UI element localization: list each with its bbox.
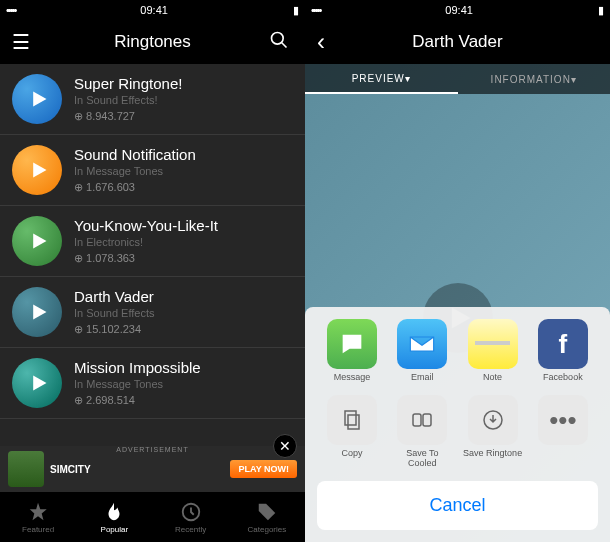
share-email[interactable]: Email [392,319,452,383]
message-icon [327,319,377,369]
play-icon[interactable] [12,287,62,337]
menu-icon[interactable]: ☰ [12,30,36,54]
tab-popular[interactable]: Popular [76,492,152,542]
item-title: You-Know-You-Like-It [74,217,293,234]
share-save-ringtone[interactable]: Save Ringtone [463,395,523,469]
tab-recently[interactable]: Recently [153,492,229,542]
list-item[interactable]: Super Ringtone! In Sound Effects! ⊕ 8.94… [0,64,305,135]
folder-icon [397,395,447,445]
close-icon[interactable]: ✕ [273,434,297,458]
signal-icon: ••••• [311,4,320,16]
cancel-button[interactable]: Cancel [317,481,598,530]
svg-rect-3 [345,411,356,425]
right-screen: ••••• 09:41 ▮ ‹ Darth Vader PREVIEW▾ INF… [305,0,610,542]
play-icon[interactable] [12,145,62,195]
play-icon[interactable] [12,216,62,266]
note-icon [468,319,518,369]
share-facebook[interactable]: f Facebook [533,319,593,383]
share-label: Save To Cooled [392,449,452,469]
share-note[interactable]: Note [463,319,523,383]
tab-label: Recently [175,525,206,534]
item-downloads: ⊕ 15.102.234 [74,323,293,336]
search-icon[interactable] [269,30,293,55]
list-item[interactable]: Darth Vader In Sound Effects ⊕ 15.102.23… [0,277,305,348]
play-icon[interactable] [12,74,62,124]
clock-icon [180,501,202,523]
list-item[interactable]: Sound Notification In Message Tones ⊕ 1.… [0,135,305,206]
share-message[interactable]: Message [322,319,382,383]
facebook-icon: f [538,319,588,369]
share-more[interactable]: ••• [533,395,593,469]
copy-icon [327,395,377,445]
share-label: Note [483,373,502,383]
svg-rect-6 [423,414,431,426]
mail-icon [397,319,447,369]
svg-rect-5 [413,414,421,426]
back-icon[interactable]: ‹ [317,28,337,56]
svg-line-1 [282,42,287,47]
tab-categories[interactable]: Categories [229,492,305,542]
item-title: Sound Notification [74,146,293,163]
more-icon: ••• [538,395,588,445]
nav-bar: ☰ Ringtones [0,20,305,64]
share-save-cooled[interactable]: Save To Cooled [392,395,452,469]
battery-icon: ▮ [598,4,604,17]
tab-featured[interactable]: Featured [0,492,76,542]
status-time: 09:41 [445,4,473,16]
page-title: Darth Vader [337,32,578,52]
ad-label: ADVERTISEMENT [116,446,188,453]
item-downloads: ⊕ 2.698.514 [74,394,293,407]
share-label: Message [334,373,371,383]
tab-bar: Featured Popular Recently Categories [0,492,305,542]
tab-label: Featured [22,525,54,534]
list-item[interactable]: You-Know-You-Like-It In Electronics! ⊕ 1… [0,206,305,277]
item-category: In Message Tones [74,378,293,390]
share-label: Email [411,373,434,383]
share-label: Facebook [543,373,583,383]
left-screen: ••••• 09:41 ▮ ☰ Ringtones Super Ringtone… [0,0,305,542]
status-time: 09:41 [140,4,168,16]
item-downloads: ⊕ 1.676.603 [74,181,293,194]
share-label: Save Ringtone [463,449,522,459]
share-label: Copy [342,449,363,459]
item-category: In Electronics! [74,236,293,248]
download-icon [468,395,518,445]
status-bar: ••••• 09:41 ▮ [305,0,610,20]
battery-icon: ▮ [293,4,299,17]
list-item[interactable]: Mission Impossible In Message Tones ⊕ 2.… [0,348,305,419]
svg-rect-4 [348,415,359,429]
nav-bar: ‹ Darth Vader [305,20,610,64]
ad-banner[interactable]: ADVERTISEMENT ✕ SIMCITY PLAY NOW! [0,446,305,492]
ad-title: SIMCITY [50,464,91,475]
ringtone-list: Super Ringtone! In Sound Effects! ⊕ 8.94… [0,64,305,446]
tab-preview[interactable]: PREVIEW▾ [305,64,458,94]
item-category: In Sound Effects! [74,94,293,106]
item-category: In Sound Effects [74,307,293,319]
sub-tabs: PREVIEW▾ INFORMATION▾ [305,64,610,94]
item-title: Mission Impossible [74,359,293,376]
item-title: Darth Vader [74,288,293,305]
star-icon [27,501,49,523]
item-downloads: ⊕ 1.078.363 [74,252,293,265]
status-bar: ••••• 09:41 ▮ [0,0,305,20]
ad-play-button[interactable]: PLAY NOW! [230,460,297,478]
svg-point-0 [272,32,284,44]
play-icon[interactable] [12,358,62,408]
tab-information[interactable]: INFORMATION▾ [458,64,611,94]
tab-label: Popular [101,525,129,534]
signal-icon: ••••• [6,4,15,16]
flame-icon [103,501,125,523]
share-copy[interactable]: Copy [322,395,382,469]
page-title: Ringtones [36,32,269,52]
item-category: In Message Tones [74,165,293,177]
tag-icon [256,501,278,523]
ad-thumbnail [8,451,44,487]
item-title: Super Ringtone! [74,75,293,92]
item-downloads: ⊕ 8.943.727 [74,110,293,123]
tab-label: Categories [248,525,287,534]
share-sheet: Message Email Note f Facebook [305,307,610,542]
